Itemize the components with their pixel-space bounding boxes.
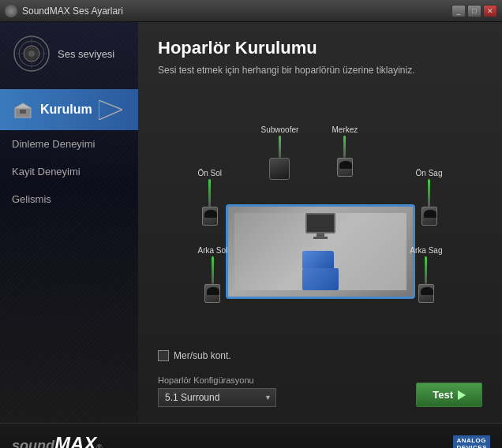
gelismis-label: Gelismis [12,193,51,205]
analog-text: ANALOG DEVICES [453,435,490,449]
logo-reg: ® [96,443,102,449]
minimize-button[interactable]: _ [451,5,466,17]
rear-left-label: Arka Sol [198,246,228,255]
dinleme-label: Dinleme Deneyimi [12,138,95,150]
main-container: Ses seviyesi Kurulum Dinleme Deneyimi Ka… [0,22,502,423]
rear-right-label: Arka Sag [410,246,442,255]
svg-marker-7 [15,103,31,108]
rear-left-speaker[interactable]: Arka Sol [198,246,228,303]
config-label: Hoparlör Konfigürasyonu [158,375,276,385]
sidebar-item-dinleme[interactable]: Dinleme Deneyimi [0,130,138,158]
center-label: Merkez [332,125,358,134]
logo-sound: sound [12,438,54,449]
nav-items: Kurulum Dinleme Deneyimi Kayit Deneyimi … [0,89,138,213]
front-right-box [421,207,437,226]
mer-sub-checkbox[interactable] [158,350,169,361]
title-controls[interactable]: _ □ ✕ [451,5,497,17]
subwoofer-label: Subwoofer [261,125,299,134]
chair [302,251,339,290]
kayit-label: Kayit Deneyimi [12,166,81,177]
test-button[interactable]: Test [416,383,482,407]
svg-rect-8 [20,110,26,114]
chair-back [302,251,334,268]
config-select[interactable]: 5.1 Surround 2.0 Stereo 4.0 Surround 7.1… [158,388,276,407]
monitor [305,213,335,239]
rear-left-stick [212,256,214,284]
chair-seat [302,268,339,290]
kurulum-icon [12,99,34,121]
speaker-container: Subwoofer Merkez Ön Sol [194,125,447,307]
kurulum-label: Kurulum [40,103,92,117]
volume-section: Ses seviyesi [0,22,138,81]
title-bar-left: SoundMAX Ses Ayarlari [5,5,123,17]
title-bar: SoundMAX Ses Ayarlari _ □ ✕ [0,0,502,22]
mer-sub-label: Mer/sub kont. [174,350,231,361]
center-stick [343,136,346,158]
front-left-speaker[interactable]: Ön Sol [198,169,223,226]
subwoofer-box [269,158,290,180]
center-box [337,158,353,177]
speaker-area: Subwoofer Merkez Ön Sol [158,88,482,344]
page-subtitle: Sesi test etmek için herhangi bir hoparl… [158,65,482,76]
subwoofer-speaker[interactable]: Subwoofer [261,125,299,180]
platform [226,204,415,299]
sidebar-item-kurulum[interactable]: Kurulum [0,89,138,130]
config-section: Hoparlör Konfigürasyonu 5.1 Surround 2.0… [158,375,276,407]
content-area: Hoparlör Kurulumu Sesi test etmek için h… [138,22,502,423]
sidebar: Ses seviyesi Kurulum Dinleme Deneyimi Ka… [0,22,138,423]
logo-max: MAX [54,433,96,449]
volume-icon [12,34,51,73]
front-right-speaker[interactable]: Ön Sag [416,169,443,226]
sidebar-item-kayit[interactable]: Kayit Deneyimi [0,158,138,185]
volume-label: Ses seviyesi [58,48,114,60]
play-icon [458,390,466,400]
page-title: Hoparlör Kurulumu [158,38,482,58]
front-left-label: Ön Sol [198,169,223,177]
front-right-label: Ön Sag [416,169,443,177]
close-button[interactable]: ✕ [483,5,497,17]
rear-right-stick [425,256,427,284]
front-left-stick [208,179,211,207]
title-text: SoundMAX Ses Ayarlari [22,6,123,17]
center-speaker[interactable]: Merkez [332,125,358,177]
sidebar-item-gelismis[interactable]: Gelismis [0,185,138,213]
bottom-controls: Hoparlör Konfigürasyonu 5.1 Surround 2.0… [158,375,482,407]
rear-right-speaker[interactable]: Arka Sag [410,246,442,303]
front-left-box [202,207,218,226]
rear-left-box [204,284,220,303]
app-icon [5,5,17,17]
monitor-screen [305,213,335,233]
front-right-stick [428,179,430,207]
logo-bar: sound MAX ® ANALOG DEVICES [0,423,502,448]
analog-devices-logo: ANALOG DEVICES [453,435,490,449]
rear-right-box [418,284,434,303]
soundmax-logo: sound MAX ® [12,433,103,449]
checkbox-row: Mer/sub kont. [158,350,482,361]
monitor-base [313,237,328,239]
select-wrapper: 5.1 Surround 2.0 Stereo 4.0 Surround 7.1… [158,388,276,407]
subwoofer-stick [279,136,281,158]
maximize-button[interactable]: □ [467,5,481,17]
test-label: Test [433,389,453,401]
